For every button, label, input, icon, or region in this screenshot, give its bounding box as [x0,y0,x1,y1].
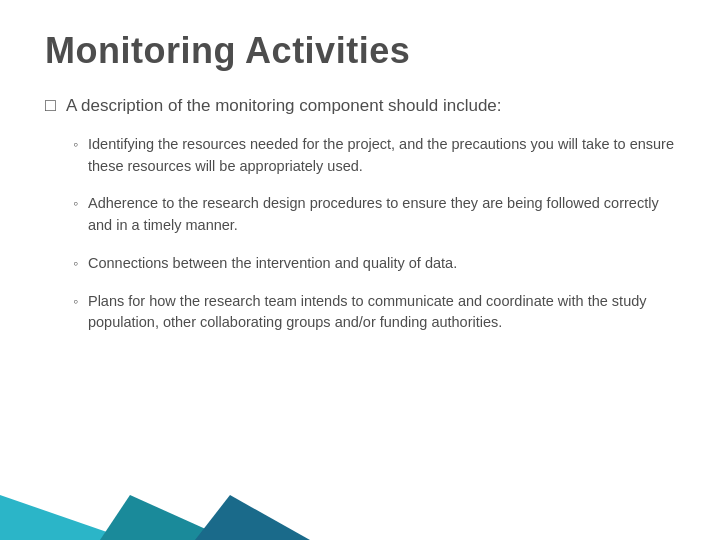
sub-bullet-text-3: Connections between the intervention and… [88,253,457,275]
sub-bullet-marker-1: ◦ [73,136,78,152]
sub-bullet-marker-3: ◦ [73,255,78,271]
sub-bullets-list: ◦ Identifying the resources needed for t… [73,134,675,334]
sub-bullet-4: ◦ Plans for how the research team intend… [73,291,675,335]
sub-bullet-2: ◦ Adherence to the research design proce… [73,193,675,237]
svg-marker-2 [195,495,310,540]
main-bullet-text: A description of the monitoring componen… [66,94,502,118]
bottom-bar-svg [0,495,720,540]
slide-container: Monitoring Activities □ A description of… [0,0,720,540]
sub-bullet-marker-4: ◦ [73,293,78,309]
sub-bullet-marker-2: ◦ [73,195,78,211]
sub-bullet-text-1: Identifying the resources needed for the… [88,134,675,178]
sub-bullet-text-2: Adherence to the research design procedu… [88,193,675,237]
slide-title: Monitoring Activities [45,30,675,72]
sub-bullet-text-4: Plans for how the research team intends … [88,291,675,335]
sub-bullet-1: ◦ Identifying the resources needed for t… [73,134,675,178]
main-bullet-marker: □ [45,95,56,116]
bottom-decoration [0,495,720,540]
sub-bullet-3: ◦ Connections between the intervention a… [73,253,675,275]
main-bullet: □ A description of the monitoring compon… [45,94,675,118]
